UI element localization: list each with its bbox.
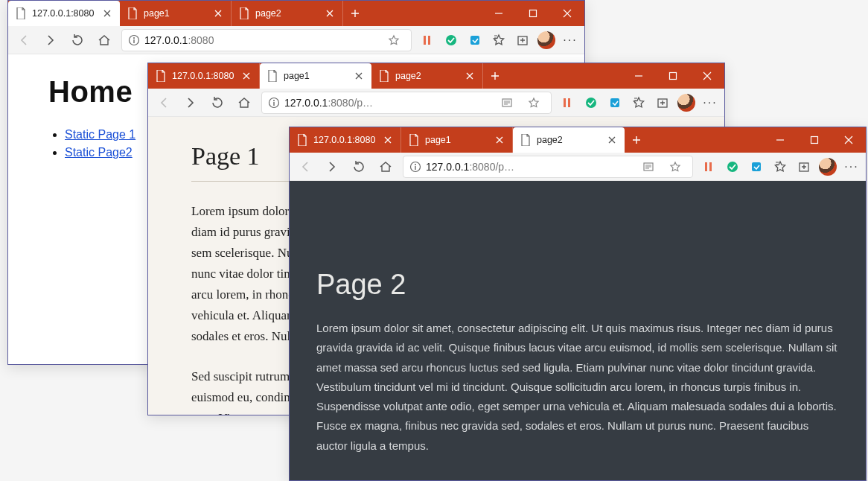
close-icon[interactable]: [102, 8, 112, 19]
close-window-button[interactable]: [690, 63, 724, 89]
close-icon[interactable]: [383, 135, 393, 145]
document-icon: [127, 7, 138, 19]
tab-page1[interactable]: page1: [260, 63, 371, 89]
new-tab-button[interactable]: [625, 127, 648, 153]
minimize-button[interactable]: [763, 127, 797, 153]
tab-label: 127.0.0.1:8080: [313, 135, 377, 145]
back-button[interactable]: [11, 29, 36, 51]
reader-icon[interactable]: [496, 92, 518, 114]
back-button[interactable]: [293, 156, 318, 178]
tab-label: page1: [425, 135, 488, 145]
svg-rect-6: [470, 36, 479, 45]
reload-button[interactable]: [346, 156, 371, 178]
svg-rect-15: [610, 98, 619, 107]
collections-icon[interactable]: [793, 156, 815, 178]
tab-label: 127.0.0.1:8080: [32, 8, 96, 19]
menu-button[interactable]: ···: [699, 92, 721, 114]
tab-home[interactable]: 127.0.0.1:8080: [148, 63, 260, 89]
window-controls: [763, 127, 866, 153]
reader-icon[interactable]: [637, 156, 660, 178]
svg-point-2: [133, 37, 135, 39]
info-icon[interactable]: [128, 34, 140, 46]
favorites-icon[interactable]: [488, 29, 510, 51]
window-controls: [622, 63, 724, 89]
tab-page2[interactable]: page2: [371, 63, 483, 89]
document-icon: [520, 134, 531, 146]
tab-label: page1: [284, 71, 348, 81]
browser-window-2: 127.0.0.1:8080 page1 page2 127.0.0.1:808…: [289, 127, 867, 481]
close-icon[interactable]: [241, 71, 252, 81]
collections-icon[interactable]: [511, 29, 534, 51]
profile-avatar[interactable]: [675, 92, 698, 114]
link-static-page-2[interactable]: Static Page2: [65, 146, 133, 159]
back-button[interactable]: [151, 92, 176, 114]
info-icon[interactable]: [409, 161, 421, 173]
close-window-button[interactable]: [832, 127, 866, 153]
home-button[interactable]: [92, 29, 117, 51]
extension-1-icon[interactable]: [698, 156, 720, 178]
extension-3-icon[interactable]: [745, 156, 768, 178]
svg-point-5: [446, 35, 456, 45]
extension-1-icon[interactable]: [556, 92, 578, 114]
tab-page2[interactable]: page2: [232, 1, 343, 26]
tab-page2[interactable]: page2: [513, 127, 625, 153]
tab-page1[interactable]: page1: [401, 127, 513, 153]
document-icon: [156, 70, 166, 82]
close-icon[interactable]: [465, 71, 475, 81]
close-icon[interactable]: [494, 135, 505, 145]
close-window-button[interactable]: [550, 1, 584, 26]
svg-rect-22: [709, 162, 712, 171]
toolbar: 127.0.0.1:8080/p… ···: [148, 89, 724, 117]
bookmark-star-icon[interactable]: [664, 156, 686, 178]
extension-3-icon[interactable]: [464, 29, 486, 51]
link-static-page-1[interactable]: Static Page 1: [65, 128, 135, 141]
forward-button[interactable]: [319, 156, 345, 178]
reload-button[interactable]: [65, 29, 90, 51]
new-tab-button[interactable]: [343, 1, 367, 26]
extension-2-icon[interactable]: [580, 92, 602, 114]
favorites-icon[interactable]: [628, 92, 650, 114]
profile-avatar[interactable]: [535, 29, 558, 51]
forward-button[interactable]: [178, 92, 203, 114]
address-bar[interactable]: 127.0.0.1:8080/p…: [261, 92, 552, 114]
svg-rect-24: [752, 162, 761, 171]
tab-home[interactable]: 127.0.0.1:8080: [8, 1, 120, 26]
maximize-button[interactable]: [516, 1, 550, 26]
close-icon[interactable]: [354, 71, 364, 81]
svg-rect-0: [530, 10, 537, 17]
viewport: Page 2 Lorem ipsum dolor sit amet, conse…: [290, 181, 866, 480]
forward-button[interactable]: [38, 29, 63, 51]
bookmark-star-icon[interactable]: [523, 92, 545, 114]
tab-label: page2: [255, 8, 319, 19]
extension-2-icon[interactable]: [440, 29, 462, 51]
reload-button[interactable]: [205, 92, 230, 114]
url-text: 127.0.0.1:8080/p…: [426, 161, 633, 173]
tab-page1[interactable]: page1: [120, 1, 232, 26]
document-icon: [297, 134, 307, 146]
maximize-button[interactable]: [656, 63, 690, 89]
bookmark-star-icon[interactable]: [383, 29, 405, 51]
home-button[interactable]: [232, 92, 257, 114]
address-bar[interactable]: 127.0.0.1:8080/p…: [403, 156, 693, 178]
address-bar[interactable]: 127.0.0.1:8080: [121, 29, 412, 51]
menu-button[interactable]: ···: [840, 156, 863, 178]
extension-3-icon[interactable]: [604, 92, 626, 114]
tab-home[interactable]: 127.0.0.1:8080: [290, 127, 401, 153]
menu-button[interactable]: ···: [559, 29, 581, 51]
info-icon[interactable]: [268, 97, 280, 109]
minimize-button[interactable]: [622, 63, 656, 89]
close-icon[interactable]: [213, 8, 223, 19]
maximize-button[interactable]: [797, 127, 832, 153]
home-button[interactable]: [373, 156, 398, 178]
extension-2-icon[interactable]: [721, 156, 744, 178]
close-icon[interactable]: [607, 135, 617, 145]
close-icon[interactable]: [325, 8, 335, 19]
collections-icon[interactable]: [651, 92, 674, 114]
minimize-button[interactable]: [482, 1, 516, 26]
new-tab-button[interactable]: [483, 63, 507, 89]
document-icon: [409, 134, 419, 146]
favorites-icon[interactable]: [769, 156, 791, 178]
window-controls: [482, 1, 584, 26]
extension-1-icon[interactable]: [416, 29, 438, 51]
profile-avatar[interactable]: [817, 156, 839, 178]
